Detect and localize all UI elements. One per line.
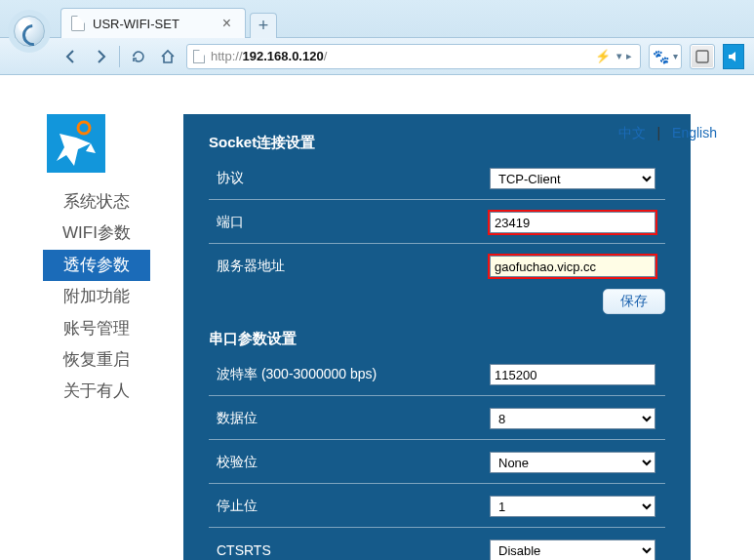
sidebar-item-label: 附加功能	[63, 287, 130, 305]
data-bits-select[interactable]: 8	[490, 408, 655, 429]
reload-button[interactable]	[128, 46, 149, 67]
protocol-label: 协议	[209, 170, 482, 187]
brand-logo	[47, 114, 105, 173]
main-panel: Socket连接设置 协议 TCP-Client 端口 服务器地址	[183, 114, 691, 560]
data-bits-label: 数据位	[209, 410, 482, 427]
browser-app-icon	[14, 16, 45, 47]
server-label: 服务器地址	[209, 258, 482, 275]
url-dropdown-icon[interactable]: ▾	[615, 50, 624, 62]
divider	[209, 483, 665, 484]
ctsrts-select[interactable]: Disable	[490, 540, 655, 560]
sidebar-item-status[interactable]: 系统状态	[43, 186, 150, 218]
url-path: /	[324, 49, 328, 63]
ctsrts-label: CTSRTS	[209, 542, 482, 558]
sidebar: 系统状态 WIFI参数 透传参数 附加功能 账号管理 恢复重启 关于有人	[43, 112, 150, 560]
back-button[interactable]	[60, 46, 82, 67]
search-engine-button[interactable]: 🐾 ▾	[649, 44, 682, 69]
sidebar-item-restore[interactable]: 恢复重启	[43, 344, 150, 376]
parity-label: 校验位	[209, 454, 482, 471]
port-input[interactable]	[490, 212, 655, 233]
sidebar-item-transparent[interactable]: 透传参数	[43, 250, 150, 281]
server-input[interactable]	[490, 256, 655, 277]
lang-zh-link[interactable]: 中文	[618, 125, 646, 140]
page-icon	[71, 16, 85, 31]
sidebar-item-label: 透传参数	[63, 256, 130, 274]
sidebar-item-wifi[interactable]: WIFI参数	[43, 218, 150, 249]
sidebar-item-account[interactable]: 账号管理	[43, 313, 150, 344]
sidebar-item-label: WIFI参数	[62, 223, 131, 242]
socket-save-button[interactable]: 保存	[603, 289, 665, 314]
browser-tab[interactable]: USR-WIFI-SET ×	[60, 8, 246, 38]
divider	[209, 243, 665, 244]
sidebar-item-label: 系统状态	[63, 192, 130, 211]
serial-section: 串口参数设置 波特率 (300-3000000 bps) 数据位 8 校验位 N…	[209, 330, 665, 560]
url-host: 192.168.0.120	[243, 49, 324, 63]
stop-bits-label: 停止位	[209, 498, 482, 515]
svg-rect-0	[696, 51, 708, 62]
sidebar-item-label: 账号管理	[63, 319, 130, 338]
url-protocol: http://	[211, 49, 243, 63]
lang-en-link[interactable]: English	[672, 125, 717, 140]
sound-button[interactable]	[723, 44, 744, 69]
divider	[209, 439, 665, 440]
go-icon[interactable]: ▸	[624, 50, 634, 62]
language-switch: 中文 | English	[618, 125, 717, 142]
close-tab-icon[interactable]: ×	[218, 16, 235, 31]
baud-label: 波特率 (300-3000000 bps)	[209, 366, 482, 383]
home-button[interactable]	[157, 46, 179, 67]
address-bar[interactable]: http:// 192.168.0.120 / ⚡ ▾ ▸	[186, 44, 641, 69]
sidebar-item-extra[interactable]: 附加功能	[43, 281, 150, 312]
divider	[209, 395, 665, 396]
serial-section-title: 串口参数设置	[209, 330, 665, 348]
paw-icon: 🐾	[653, 50, 669, 63]
chevron-down-icon: ▾	[673, 51, 678, 61]
divider	[209, 527, 665, 528]
sidebar-item-about[interactable]: 关于有人	[43, 376, 150, 407]
sidebar-item-label: 恢复重启	[63, 350, 130, 369]
tab-title: USR-WIFI-SET	[93, 17, 218, 31]
parity-select[interactable]: None	[490, 452, 655, 473]
lang-separator: |	[657, 125, 661, 140]
forward-button[interactable]	[90, 46, 111, 67]
divider	[209, 199, 665, 200]
socket-section-title: Socket连接设置	[209, 134, 665, 152]
socket-section: Socket连接设置 协议 TCP-Client 端口 服务器地址	[209, 134, 665, 318]
sidebar-item-label: 关于有人	[63, 381, 130, 400]
baud-input[interactable]	[490, 364, 655, 385]
quick-action-icon[interactable]: ⚡	[591, 49, 615, 63]
toolbar-separator	[119, 46, 120, 67]
svg-point-1	[78, 122, 90, 134]
stop-bits-select[interactable]: 1	[490, 496, 655, 517]
port-label: 端口	[209, 214, 482, 231]
new-tab-button[interactable]: +	[250, 13, 277, 38]
page-icon	[193, 50, 205, 63]
extension-button[interactable]	[690, 44, 715, 69]
protocol-select[interactable]: TCP-Client	[490, 168, 655, 189]
